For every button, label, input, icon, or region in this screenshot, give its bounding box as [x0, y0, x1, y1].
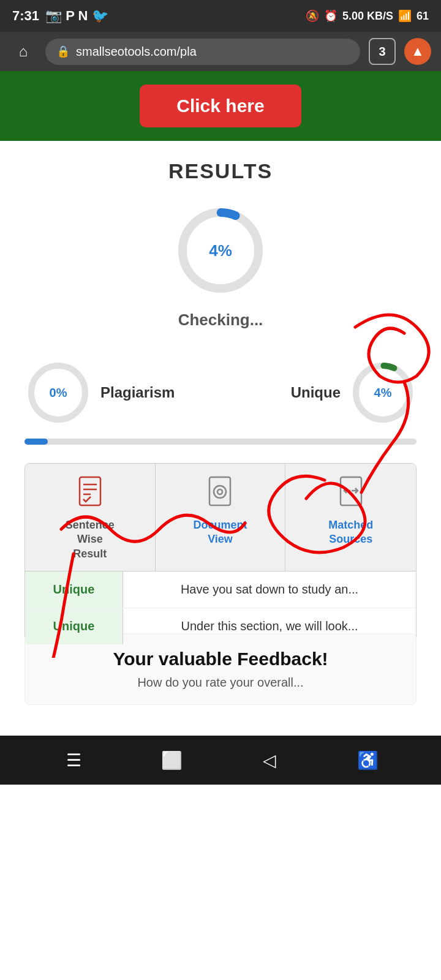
svg-rect-5 [80, 477, 100, 505]
nav-bar: ☰ ⬜ ◁ ♿ [0, 736, 441, 785]
svg-point-11 [217, 489, 222, 494]
table-row: Unique Have you sat down to study an... [25, 571, 416, 608]
document-view-icon [207, 476, 233, 512]
unique-donut: 4% [349, 359, 417, 426]
tab-sentence-wise[interactable]: SentenceWiseResult [25, 464, 156, 571]
nav-accessibility-icon[interactable]: ♿ [349, 742, 386, 778]
status-time: 7:31 [12, 8, 39, 24]
lock-icon: 🔒 [56, 45, 70, 58]
tabs-header: SentenceWiseResult DocumentView [25, 464, 416, 571]
tab-sentence-label: SentenceWiseResult [66, 518, 115, 561]
browser-bar: ⌂ 🔒 smallseotools.com/pla 3 ▲ [0, 32, 441, 71]
row-2-status: Unique [25, 608, 123, 644]
plagiarism-percent: 0% [50, 386, 67, 400]
feedback-title: Your valuable Feedback! [37, 649, 404, 669]
progress-bar-fill [24, 439, 48, 445]
svg-rect-12 [341, 477, 361, 505]
matched-sources-icon [338, 476, 364, 512]
main-donut: 4% [172, 202, 270, 300]
battery-icon: 61 [417, 10, 429, 23]
status-icons: 📷 P N 🐦 [45, 8, 108, 24]
results-title: RESULTS [12, 159, 429, 183]
nav-home-icon[interactable]: ⬜ [153, 742, 190, 778]
home-icon[interactable]: ⌂ [10, 38, 37, 65]
plagiarism-label: Plagiarism [100, 384, 175, 401]
svg-point-10 [214, 486, 226, 498]
unique-percent: 4% [374, 386, 392, 400]
mute-icon: 🔕 [306, 9, 319, 23]
banner: Click here [0, 71, 441, 141]
nav-menu-icon[interactable]: ☰ [55, 742, 92, 778]
feedback-subtitle: How do you rate your overall... [37, 676, 404, 690]
nav-back-icon[interactable]: ◁ [251, 742, 288, 778]
row-1-status: Unique [25, 571, 123, 608]
results-section: RESULTS 4% Checking... 0% [0, 141, 441, 736]
tab-matched-sources[interactable]: MatchedSources [285, 464, 416, 571]
alarm-icon: ⏰ [324, 9, 337, 23]
plagiarism-donut: 0% [24, 359, 92, 426]
unique-label: Unique [291, 384, 341, 401]
tabs-grid: SentenceWiseResult DocumentView [24, 463, 417, 646]
main-donut-container: 4% Checking... [12, 202, 429, 347]
table-row: Unique Under this section, we will look.… [25, 608, 416, 645]
signal-icon: 📶 [398, 9, 412, 23]
checking-text: Checking... [178, 311, 263, 330]
tab-document-label: DocumentView [193, 518, 247, 547]
status-left: 7:31 📷 P N 🐦 [12, 8, 108, 24]
status-bar: 7:31 📷 P N 🐦 🔕 ⏰ 5.00 KB/S 📶 61 [0, 0, 441, 32]
upload-button[interactable]: ▲ [404, 38, 431, 65]
donuts-row: 0% Plagiarism Unique 4% [12, 359, 429, 426]
svg-rect-9 [209, 477, 230, 505]
main-content: RESULTS 4% Checking... 0% [0, 141, 441, 736]
tab-count[interactable]: 3 [369, 38, 396, 65]
sentence-wise-icon [77, 476, 103, 512]
result-rows: Unique Have you sat down to study an... … [25, 571, 416, 645]
url-bar[interactable]: 🔒 smallseotools.com/pla [45, 39, 360, 65]
row-1-text: Have you sat down to study an... [123, 575, 416, 604]
click-here-button[interactable]: Click here [140, 85, 301, 127]
url-text: smallseotools.com/pla [76, 45, 197, 59]
status-right: 🔕 ⏰ 5.00 KB/S 📶 61 [306, 9, 429, 23]
data-speed: 5.00 KB/S [342, 10, 393, 23]
tab-document-view[interactable]: DocumentView [156, 464, 286, 571]
tab-matched-label: MatchedSources [328, 518, 373, 547]
row-2-text: Under this section, we will look... [123, 612, 416, 641]
progress-bar [12, 439, 429, 445]
progress-bar-bg [24, 439, 417, 445]
main-percent: 4% [209, 241, 232, 260]
